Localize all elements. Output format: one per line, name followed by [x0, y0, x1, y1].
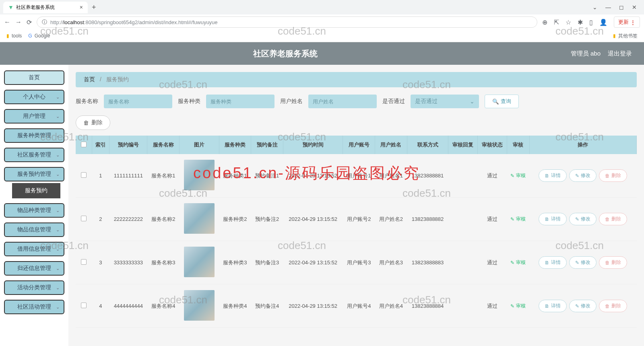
edit-button[interactable]: ✎修改 [569, 300, 597, 312]
chevron-down-icon: ⌄ [470, 98, 475, 105]
sidebar-item-2[interactable]: 用户管理⌄ [4, 109, 64, 124]
sidebar-item-11[interactable]: 社区活动管理⌄ [4, 300, 64, 314]
table-row: 33333333333服务名称3服务种类3预约备注32022-04-29 13:… [76, 241, 637, 284]
sidebar-item-0[interactable]: 首页 [4, 70, 64, 85]
sidebar-item-6[interactable]: 物品种类管理⌄ [4, 203, 64, 218]
col-header: 索引 [92, 136, 109, 154]
filter-select-pass[interactable]: 是否通过⌄ [411, 95, 479, 108]
batch-delete-button[interactable]: 🗑删除 [76, 115, 110, 130]
audit-link[interactable]: ✎审核 [510, 303, 526, 309]
new-tab-icon[interactable]: + [92, 3, 96, 12]
row-checkbox[interactable] [81, 216, 87, 221]
edit-button[interactable]: ✎修改 [569, 213, 597, 225]
logout-link[interactable]: 退出登录 [608, 50, 632, 58]
profile-icon[interactable]: 👤 [599, 19, 607, 26]
share-icon[interactable]: ⇱ [554, 19, 559, 26]
sidebar-item-3[interactable]: 服务种类管理⌄ [4, 128, 64, 143]
cell: 13823888882 [407, 198, 448, 241]
cell [448, 241, 478, 284]
reload-icon[interactable]: ⟳ [27, 19, 32, 26]
close-icon[interactable]: × [80, 4, 83, 10]
chevron-down-icon: ⌄ [56, 247, 60, 252]
delete-button[interactable]: 🗑删除 [599, 213, 627, 225]
btn-icon: 🗑 [605, 260, 610, 266]
filter-input-user[interactable] [308, 95, 377, 108]
audit-link[interactable]: ✎审核 [510, 259, 526, 266]
cell: 用户账号1 [343, 154, 375, 198]
cell: 4 [92, 284, 109, 328]
browser-tab[interactable]: ▼ 社区养老服务系统 × [3, 2, 88, 13]
btn-icon: 🗑 [605, 303, 610, 309]
address-bar: ← → ⟳ ⓘ http://localhost:8080/springboot… [0, 14, 644, 30]
search-page-icon[interactable]: ⊕ [542, 19, 547, 26]
audit-link[interactable]: ✎审核 [510, 172, 526, 179]
sidebar-item-4[interactable]: 社区服务管理⌄ [4, 148, 64, 162]
breadcrumb: 首页 / 服务预约 [76, 72, 637, 87]
delete-button[interactable]: 🗑删除 [599, 169, 627, 182]
cell: 2 [92, 198, 109, 241]
cell: 服务名称2 [147, 198, 180, 241]
row-thumbnail [184, 290, 215, 321]
col-header [76, 136, 92, 154]
sidebar-item-8[interactable]: 借用信息管理⌄ [4, 242, 64, 256]
detail-button[interactable]: 🗎详情 [539, 169, 567, 182]
extensions-icon[interactable]: ✱ [578, 19, 583, 26]
cell: 1 [92, 154, 109, 198]
chevron-down-icon: ⌄ [56, 305, 60, 310]
detail-button[interactable]: 🗎详情 [539, 300, 567, 312]
main-content: 首页 / 服务预约 服务名称 服务种类 用户姓名 是否通过 是否通过⌄ 🔍查询 … [68, 65, 644, 346]
filter-input-name[interactable] [104, 95, 172, 108]
filter-input-kind[interactable] [206, 95, 275, 108]
tab-title: 社区养老服务系统 [16, 4, 55, 11]
sidebar-item-7[interactable]: 物品信息管理⌄ [4, 222, 64, 237]
row-checkbox[interactable] [81, 259, 87, 265]
sidebar-item-5[interactable]: 服务预约管理⌄ [4, 167, 64, 181]
row-checkbox[interactable] [81, 303, 87, 308]
update-button[interactable]: 更新 ⋮ [614, 16, 640, 28]
edit-button[interactable]: ✎修改 [569, 256, 597, 269]
btn-icon: 🗑 [605, 216, 610, 222]
btn-icon: 🗎 [545, 216, 549, 222]
bookmark-tools[interactable]: ▮tools [6, 33, 22, 39]
sidebar-sub-active[interactable]: 服务预约 [12, 183, 60, 198]
minimize-icon[interactable]: — [605, 4, 611, 10]
star-icon[interactable]: ☆ [566, 19, 571, 26]
btn-icon: 🗎 [545, 260, 549, 266]
audit-link[interactable]: ✎审核 [510, 216, 526, 222]
side-panel-icon[interactable]: ▯ [589, 19, 593, 26]
cell: 用户姓名1 [375, 154, 407, 198]
detail-button[interactable]: 🗎详情 [539, 256, 567, 269]
bookmark-google[interactable]: GGoogle [28, 33, 50, 39]
delete-button[interactable]: 🗑删除 [599, 300, 627, 312]
info-icon: ⓘ [42, 19, 47, 26]
maximize-icon[interactable]: ◻ [619, 4, 624, 10]
vue-icon: ▼ [8, 4, 14, 10]
sidebar-item-1[interactable]: 个人中心⌄ [4, 90, 64, 104]
col-header: 用户姓名 [375, 136, 407, 154]
delete-button[interactable]: 🗑删除 [599, 256, 627, 269]
sidebar-item-9[interactable]: 归还信息管理⌄ [4, 261, 64, 276]
filter-label-pass: 是否通过 [382, 98, 405, 105]
other-bookmarks[interactable]: ▮其他书签 [613, 33, 638, 39]
current-user[interactable]: 管理员 abo [571, 50, 601, 58]
trash-icon: 🗑 [83, 119, 89, 126]
select-all-checkbox[interactable] [81, 142, 87, 147]
sidebar-item-10[interactable]: 活动分类管理⌄ [4, 280, 64, 295]
back-icon[interactable]: ← [4, 19, 10, 26]
row-checkbox[interactable] [81, 172, 87, 178]
cell: 通过 [477, 241, 507, 284]
url-input[interactable]: ⓘ http://localhost:8080/springboot654g2/… [37, 16, 537, 28]
close-window-icon[interactable]: ✕ [632, 4, 637, 10]
edit-icon: ✎ [510, 260, 514, 266]
cell: 2022-04-29 13:15:52 [283, 154, 343, 198]
cell: 用户账号3 [343, 241, 375, 284]
chevron-down-icon: ⌄ [56, 152, 60, 158]
detail-button[interactable]: 🗎详情 [539, 213, 567, 225]
search-button[interactable]: 🔍查询 [485, 95, 519, 108]
cell: 2022-04-29 13:15:52 [283, 241, 343, 284]
chevron-down-icon[interactable]: ⌄ [592, 4, 597, 10]
col-header: 预约时间 [283, 136, 343, 154]
edit-button[interactable]: ✎修改 [569, 169, 597, 182]
forward-icon[interactable]: → [15, 19, 22, 26]
breadcrumb-home[interactable]: 首页 [84, 76, 95, 82]
